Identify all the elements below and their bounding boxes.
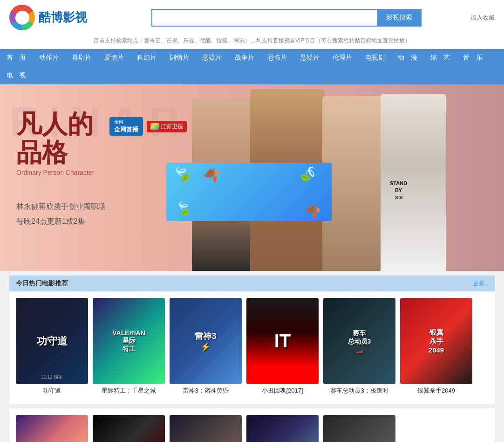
second-movie-grid [9, 408, 495, 442]
banner-title-line2: 品格 [16, 138, 94, 167]
movie-thumb-3: 雷神3⚡ [170, 298, 242, 384]
logo-text: 酷博影视 [39, 9, 87, 26]
nav-item-anime[interactable]: 动 漫 [391, 49, 424, 67]
movie-card-2[interactable]: VALERIAN星际特工 星际特工：千星之城 [93, 298, 165, 397]
logo: 酷博影视 [9, 5, 102, 30]
movie-card-r2-1[interactable] [16, 415, 88, 442]
banner: RINAR EEEN 凡人的 品格 Ordinary Person Charac… [0, 84, 504, 271]
movie-card-r2-2[interactable] [93, 415, 165, 442]
movie-title-2: 星际特工：千星之城 [93, 384, 165, 397]
movie-title-4: 小丑回魂[2017] [246, 384, 319, 397]
search-area: 影视搜索 [151, 9, 422, 27]
banner-title-area: 凡人的 品格 Ordinary Person Character [16, 110, 94, 176]
nav-item-comedy[interactable]: 喜剧片 [65, 49, 98, 67]
movie-title-3: 雷神3：诸神黄昏 [170, 384, 242, 397]
nav: 首 页 动作片 喜剧片 爱情片 科幻片 剧情片 悬疑片 战争片 恐怖片 悬疑片 … [0, 49, 504, 84]
banner-desc-line2: 每晚24点更新1或2集 [16, 214, 106, 229]
nav-item-variety[interactable]: 综 艺 [424, 49, 456, 67]
search-button[interactable]: 影视搜索 [377, 9, 422, 27]
hot-movies-section: 今日热门电影推荐 更多.. 功守道 11.12 独家 功守道 VALERIAN星… [9, 276, 495, 404]
movie-card-1[interactable]: 功守道 11.12 独家 功守道 [16, 298, 88, 397]
banner-title-line1: 凡人的 [16, 110, 94, 138]
second-movie-section [9, 408, 495, 442]
section-title: 今日热门电影推荐 [16, 279, 68, 288]
ad-overlay: 🍃 🍂 🍃 🍃 🍂 [166, 163, 332, 221]
bookmark-link[interactable]: 加入收藏 [470, 14, 495, 21]
nav-item-ethics[interactable]: 伦理片 [326, 49, 359, 67]
movie-title-6: 银翼杀手2049 [400, 384, 472, 397]
nav-item-television[interactable]: 电 视 [0, 67, 33, 84]
section-header: 今日热门电影推荐 更多.. [9, 276, 495, 291]
movie-thumb-1: 功守道 11.12 独家 [16, 298, 88, 384]
nav-item-mystery2[interactable]: 悬疑片 [293, 49, 326, 67]
nav-item-scifi[interactable]: 科幻片 [130, 49, 163, 67]
header: 酷博影视 影视搜索 加入收藏 [0, 0, 504, 35]
logo-icon [9, 5, 35, 30]
movie-grid: 功守道 11.12 独家 功守道 VALERIAN星际特工 星际特工：千星之城 … [9, 291, 495, 404]
nav-item-romance[interactable]: 爱情片 [98, 49, 130, 67]
movie-card-6[interactable]: 银翼杀手2049 银翼杀手2049 [400, 298, 472, 397]
movie-card-r2-4[interactable] [246, 415, 319, 442]
nav-item-war[interactable]: 战争片 [228, 49, 261, 67]
movie-thumb-6: 银翼杀手2049 [400, 298, 472, 384]
movie-thumb-4: IT [246, 298, 319, 384]
header-right: 加入收藏 [470, 14, 495, 22]
banner-desc-line1: 林永健蒋欣携手创业闯职场 [16, 199, 106, 214]
premiere-badge: 全网 全网首播 [109, 117, 143, 136]
nav-item-tv[interactable]: 电视剧 [359, 49, 391, 67]
movie-thumb-2: VALERIAN星际特工 [93, 298, 165, 384]
movie-card-r2-5[interactable] [323, 415, 395, 442]
nav-item-drama[interactable]: 剧情片 [163, 49, 196, 67]
banner-subtitle: Ordinary Person Character [16, 169, 94, 176]
search-input[interactable] [151, 9, 377, 27]
movie-card-r2-3[interactable] [170, 415, 242, 442]
movie-title-1: 功守道 [16, 384, 88, 397]
nav-item-horror[interactable]: 恐怖片 [261, 49, 293, 67]
banner-badge-area: 全网 全网首播 江苏卫视 [109, 117, 187, 136]
nav-item-action[interactable]: 动作片 [33, 49, 65, 67]
nav-item-mystery[interactable]: 悬疑片 [196, 49, 228, 67]
nav-item-music[interactable]: 音 乐 [456, 49, 489, 67]
banner-description: 林永健蒋欣携手创业闯职场 每晚24点更新1或2集 [16, 199, 106, 229]
movie-card-3[interactable]: 雷神3⚡ 雷神3：诸神黄昏 [170, 298, 242, 397]
movie-title-5: 赛车总动员3：极速时 [323, 384, 395, 397]
section-more-link[interactable]: 更多.. [473, 279, 488, 288]
nav-item-home[interactable]: 首 页 [0, 49, 33, 67]
movie-thumb-5: 赛车总动员3🏎️ [323, 298, 395, 384]
search-tip: 目前支持检索站点：爱奇艺、芒果、乐视、优酷、搜狐、腾讯）....均支持直接视看V… [0, 35, 504, 49]
movie-card-5[interactable]: 赛车总动员3🏎️ 赛车总动员3：极速时 [323, 298, 395, 397]
movie-card-4[interactable]: IT 小丑回魂[2017] [246, 298, 319, 397]
